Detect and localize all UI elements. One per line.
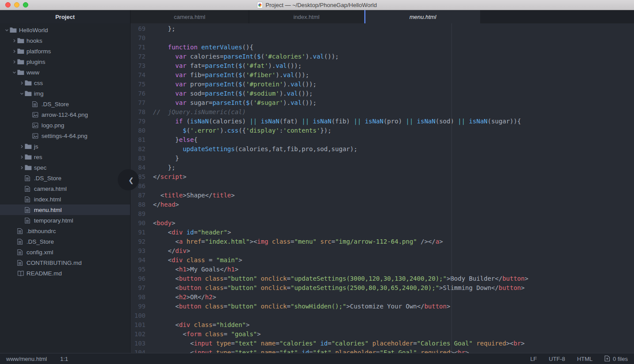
chevron-down-icon: [11, 71, 17, 74]
code-text: </div>: [153, 246, 190, 256]
tree-item-platforms[interactable]: platforms: [0, 46, 130, 56]
line-ending-indicator[interactable]: LF: [530, 356, 537, 362]
code-line: 92 <a href="index.html"><img class="menu…: [131, 237, 634, 246]
image-icon: [32, 133, 40, 139]
tree-item-.ds-store[interactable]: .DS_Store: [0, 173, 130, 183]
tree-item-.ds-store[interactable]: .DS_Store: [0, 236, 130, 247]
code-line: 75 var pro=parseInt($('#protein').val())…: [131, 80, 634, 89]
code-line: 76 var sod=parseInt($('#sodium').val());: [131, 89, 634, 98]
code-line: 85</script>: [131, 172, 634, 182]
file-tree[interactable]: HelloWorldhooksplatformspluginswwwcssimg…: [0, 23, 130, 353]
code-text: if (isNaN(calories) || isNaN(fat) || isN…: [153, 117, 521, 126]
code-text: <h2>OR</h2>: [153, 293, 216, 302]
tree-item-readme.md[interactable]: README.md: [0, 268, 130, 279]
minimize-button[interactable]: [14, 2, 19, 7]
code-text: var sugar=parseInt($('#sugar').val());: [153, 98, 317, 108]
tree-item-plugins[interactable]: plugins: [0, 56, 130, 67]
tree-item-camera.html[interactable]: camera.html: [0, 183, 130, 194]
tab-index.html[interactable]: index.html: [249, 10, 364, 23]
tree-item-arrow-112-64.png[interactable]: arrow-112-64.png: [0, 109, 130, 120]
window-controls: [5, 2, 28, 7]
tree-item-res[interactable]: res: [0, 152, 130, 162]
tree-item-label: HelloWorld: [19, 27, 48, 33]
code-editor[interactable]: 69 };7071 function enterValues(){72 var …: [131, 23, 634, 353]
line-number: 77: [131, 98, 153, 108]
code-text: updateSettings(calories,fat,fib,pro,sod,…: [153, 145, 358, 154]
zoom-button[interactable]: [23, 2, 28, 7]
tab-menu.html[interactable]: menu.html: [364, 10, 480, 23]
tree-item-label: spec: [34, 164, 47, 171]
tree-item-settings-4-64.png[interactable]: settings-4-64.png: [0, 130, 130, 141]
line-number: 75: [131, 80, 153, 89]
encoding-indicator[interactable]: UTF-8: [549, 356, 565, 362]
chevron-right-icon: [11, 39, 17, 43]
tree-item-label: .DS_Store: [26, 238, 54, 245]
editor-column: camera.htmlindex.htmlmenu.html 69 };7071…: [131, 10, 634, 353]
tab-bar: camera.htmlindex.htmlmenu.html: [131, 10, 634, 23]
tree-item-label: camera.html: [34, 186, 67, 192]
tree-item-contributing.md[interactable]: CONTRIBUTING.md: [0, 257, 130, 268]
code-line: 84 };: [131, 163, 634, 172]
tree-item-helloworld[interactable]: HelloWorld: [0, 25, 130, 35]
statusbar-file-path[interactable]: www/menu.html: [6, 356, 47, 362]
tree-item-label: .DS_Store: [34, 175, 61, 182]
code-line: 95 <h1>My Goals</h1>: [131, 265, 634, 274]
line-number: 73: [131, 61, 153, 71]
tree-item-temporary.html[interactable]: temporary.html: [0, 215, 130, 226]
grammar-indicator[interactable]: HTML: [577, 356, 593, 362]
tree-item-label: config.xml: [26, 249, 53, 256]
folder-icon: [25, 143, 32, 149]
tree-item-label: www: [26, 69, 39, 76]
tree-item-.bithoundrc[interactable]: .bithoundrc: [0, 226, 130, 236]
code-line: 90<body>: [131, 219, 634, 228]
code-text: <div class = "main">: [153, 256, 242, 265]
code-text: };: [153, 163, 175, 172]
tab-camera.html[interactable]: camera.html: [131, 10, 249, 23]
code-text: var sod=parseInt($('#sodium').val());: [153, 89, 313, 98]
book-icon: [17, 271, 25, 276]
folder-icon: [17, 37, 25, 44]
code-line: 77 var sugar=parseInt($('#sugar').val())…: [131, 98, 634, 108]
tree-item-index.html[interactable]: index.html: [0, 194, 130, 204]
tree-item-.ds-store[interactable]: .DS_Store: [0, 99, 130, 109]
tree-item-css[interactable]: css: [0, 78, 130, 88]
git-changes-count: 0 files: [613, 356, 628, 362]
tree-item-config.xml[interactable]: config.xml: [0, 247, 130, 257]
tree-item-js[interactable]: js: [0, 141, 130, 152]
code-text: <button class="button" onclick="showHidd…: [153, 302, 450, 311]
tab-label: menu.html: [410, 14, 436, 20]
code-line: 91 <div id="header">: [131, 228, 634, 237]
file-icon: [17, 228, 25, 234]
tree-item-www[interactable]: www: [0, 67, 130, 78]
window-title-group: Project — ~/Desktop/PhoneGap/HelloWorld: [257, 2, 377, 8]
folder-icon: [17, 59, 25, 65]
git-status[interactable]: 0 files: [604, 355, 628, 363]
tree-item-spec[interactable]: spec: [0, 162, 130, 173]
line-number: 74: [131, 71, 153, 80]
file-icon: [25, 175, 32, 182]
image-icon: [32, 123, 40, 128]
line-number: 99: [131, 302, 153, 311]
code-line: 100: [131, 311, 634, 320]
tree-item-menu.html[interactable]: menu.html: [0, 204, 130, 215]
tree-item-img[interactable]: img: [0, 88, 130, 99]
close-button[interactable]: [5, 2, 11, 7]
tree-item-hooks[interactable]: hooks: [0, 35, 130, 46]
chevron-left-icon: ❮: [128, 177, 134, 183]
code-line: 97 <button class="button" onclick="updat…: [131, 283, 634, 293]
code-text: <button class="button" onclick="updateSe…: [153, 274, 528, 283]
line-number: 76: [131, 89, 153, 98]
code-line: 104 <input type="text" name="fat" id="fa…: [131, 348, 634, 353]
code-text: <body>: [153, 219, 175, 228]
folder-icon: [10, 27, 17, 33]
tree-item-logo.png[interactable]: logo.png: [0, 120, 130, 130]
code-line: 93 </div>: [131, 246, 634, 256]
file-icon: [32, 101, 40, 108]
cursor-position[interactable]: 1:1: [60, 356, 68, 362]
line-number: 81: [131, 135, 153, 145]
code-text: var calories=parseInt($('#calories').val…: [153, 52, 339, 61]
tree-item-label: js: [34, 143, 38, 150]
sidebar-toggle-button[interactable]: ❮: [118, 169, 139, 190]
folder-icon: [25, 90, 32, 97]
line-number: 93: [131, 246, 153, 256]
